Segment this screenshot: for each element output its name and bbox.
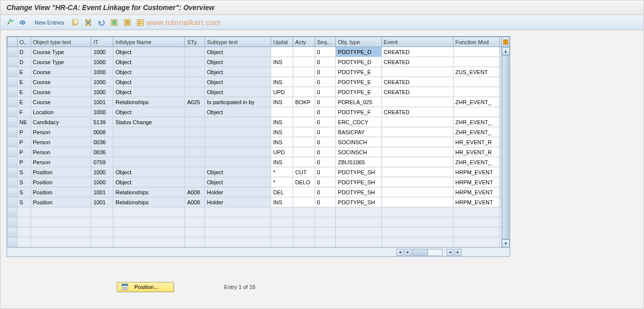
- cell-upd[interactable]: INS: [271, 127, 293, 137]
- cell-seq[interactable]: 0: [315, 157, 336, 167]
- cell-fm[interactable]: HRPM_EVENT: [453, 197, 500, 207]
- cell-empty[interactable]: [271, 227, 293, 237]
- cell-o[interactable]: NE: [17, 117, 31, 127]
- table-row-empty[interactable]: [8, 237, 510, 247]
- cell-o[interactable]: S: [17, 167, 31, 177]
- cell-obj[interactable]: PDOTYPE_F: [336, 107, 381, 117]
- table-row[interactable]: PPerson0036UPD0SOCINSCHHR_EVENT_R: [8, 147, 510, 157]
- cell-empty[interactable]: [381, 237, 453, 247]
- delete-icon[interactable]: [83, 18, 93, 28]
- cell-seq[interactable]: 0: [315, 87, 336, 97]
- row-selector[interactable]: [8, 147, 18, 157]
- cell-empty[interactable]: [271, 217, 293, 227]
- position-button[interactable]: Position...: [117, 282, 174, 292]
- cell-act[interactable]: [293, 67, 315, 77]
- table-row[interactable]: SPosition1000ObjectObject*CUT0PDOTYPE_SH…: [8, 167, 510, 177]
- cell-evt[interactable]: [381, 147, 453, 157]
- cell-act[interactable]: BOKP: [293, 97, 315, 107]
- cell-empty[interactable]: [185, 217, 205, 227]
- cell-o[interactable]: P: [17, 127, 31, 137]
- cell-empty[interactable]: [381, 207, 453, 217]
- cell-seq[interactable]: 0: [315, 137, 336, 147]
- col-sty[interactable]: STy.: [185, 37, 205, 47]
- cell-upd[interactable]: INS: [271, 117, 293, 127]
- col-seq[interactable]: Seq...: [315, 37, 336, 47]
- cell-empty[interactable]: [315, 227, 336, 237]
- table-row[interactable]: ECourse1001RelationshipsA025Is participa…: [8, 97, 510, 107]
- cell-o[interactable]: E: [17, 67, 31, 77]
- cell-empty[interactable]: [453, 207, 500, 217]
- select-all-icon[interactable]: [109, 18, 119, 28]
- cell-it[interactable]: 0036: [91, 137, 113, 147]
- cell-act[interactable]: [293, 137, 315, 147]
- col-ott[interactable]: Object type text: [31, 37, 91, 47]
- cell-seq[interactable]: 0: [315, 187, 336, 197]
- col-act[interactable]: Acty: [293, 37, 315, 47]
- cell-it[interactable]: 1000: [91, 107, 113, 117]
- cell-o[interactable]: F: [17, 107, 31, 117]
- undo-icon[interactable]: [96, 18, 106, 28]
- cell-obj[interactable]: PDOTYPE_E: [336, 87, 381, 97]
- cell-it[interactable]: 1001: [91, 197, 113, 207]
- cell-empty[interactable]: [185, 227, 205, 237]
- cell-sty[interactable]: [185, 67, 205, 77]
- row-selector[interactable]: [8, 197, 18, 207]
- row-selector[interactable]: [8, 87, 18, 97]
- cell-upd[interactable]: [271, 47, 293, 57]
- row-selector[interactable]: [8, 187, 18, 197]
- row-selector[interactable]: [8, 237, 18, 247]
- cell-upd[interactable]: INS: [271, 197, 293, 207]
- cell-sty[interactable]: [185, 87, 205, 97]
- table-row[interactable]: DCourse Type1000ObjectObjectINS0PDOTYPE_…: [8, 57, 510, 67]
- col-it[interactable]: IT: [91, 37, 113, 47]
- cell-empty[interactable]: [113, 237, 185, 247]
- cell-act[interactable]: [293, 147, 315, 157]
- cell-it[interactable]: 1001: [91, 187, 113, 197]
- cell-seq[interactable]: 0: [315, 97, 336, 107]
- cell-seq[interactable]: 0: [315, 117, 336, 127]
- cell-fm[interactable]: ZHR_EVENT_: [453, 157, 500, 167]
- hscroll-right2-icon[interactable]: ►: [455, 249, 462, 256]
- cell-seq[interactable]: 0: [315, 147, 336, 157]
- cell-sty[interactable]: [185, 117, 205, 127]
- cell-evt[interactable]: [381, 127, 453, 137]
- cell-seq[interactable]: 0: [315, 167, 336, 177]
- table-row-empty[interactable]: [8, 227, 510, 237]
- cell-act[interactable]: [293, 187, 315, 197]
- cell-evt[interactable]: [381, 67, 453, 77]
- table-row[interactable]: ECourse1000ObjectObjectUPD0PDOTYPE_ECREA…: [8, 87, 510, 97]
- cell-empty[interactable]: [293, 237, 315, 247]
- table-row[interactable]: FLocation1000ObjectObject0PDOTYPE_FCREAT…: [8, 107, 510, 117]
- cell-empty[interactable]: [336, 227, 381, 237]
- cell-fm[interactable]: ZHR_EVENT_: [453, 117, 500, 127]
- hscroll-thumb-left[interactable]: [413, 249, 428, 255]
- col-obj[interactable]: Obj. type: [336, 37, 381, 47]
- cell-empty[interactable]: [17, 237, 31, 247]
- cell-empty[interactable]: [31, 207, 91, 217]
- cell-empty[interactable]: [293, 227, 315, 237]
- cell-obj[interactable]: ERC_CDCY: [336, 117, 381, 127]
- cell-it[interactable]: 0036: [91, 147, 113, 157]
- scroll-down-icon[interactable]: ▼: [502, 239, 510, 247]
- cell-sty[interactable]: [185, 47, 205, 57]
- cell-evt[interactable]: [381, 137, 453, 147]
- cell-seq[interactable]: 0: [315, 197, 336, 207]
- cell-it[interactable]: 1000: [91, 57, 113, 67]
- cell-act[interactable]: [293, 107, 315, 117]
- cell-empty[interactable]: [113, 217, 185, 227]
- cell-act[interactable]: [293, 197, 315, 207]
- cell-evt[interactable]: [381, 117, 453, 127]
- cell-act[interactable]: CUT: [293, 167, 315, 177]
- cell-empty[interactable]: [336, 207, 381, 217]
- cell-upd[interactable]: INS: [271, 57, 293, 67]
- cell-empty[interactable]: [113, 227, 185, 237]
- cell-obj[interactable]: BASICPAY: [336, 127, 381, 137]
- cell-obj[interactable]: PDOTYPE_SH: [336, 187, 381, 197]
- cell-upd[interactable]: [271, 107, 293, 117]
- new-entries-button[interactable]: New Entries: [32, 19, 67, 27]
- cell-evt[interactable]: [381, 157, 453, 167]
- cell-upd[interactable]: [271, 67, 293, 77]
- table-row[interactable]: SPosition1000ObjectObject*DELO0PDOTYPE_S…: [8, 177, 510, 187]
- cell-obj[interactable]: PDOTYPE_E: [336, 77, 381, 87]
- cell-upd[interactable]: INS: [271, 157, 293, 167]
